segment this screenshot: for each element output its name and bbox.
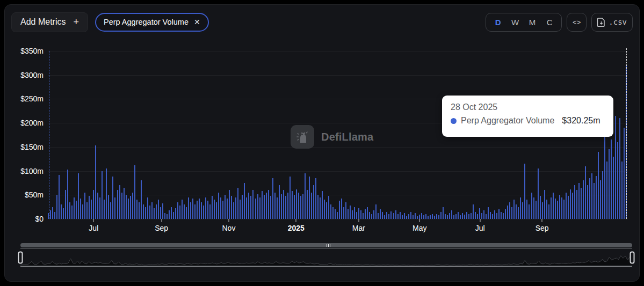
bar	[388, 214, 389, 219]
bar	[468, 214, 469, 219]
zoom-scrollbar[interactable]	[20, 243, 632, 247]
bar	[475, 212, 476, 219]
bar	[225, 195, 226, 219]
add-metrics-button[interactable]: Add Metrics +	[11, 12, 88, 32]
bar	[492, 214, 493, 219]
bar	[496, 213, 497, 219]
brush-handle-left[interactable]	[18, 251, 23, 263]
interval-button-m[interactable]: M	[524, 18, 541, 27]
bar	[373, 210, 374, 219]
bar	[513, 200, 515, 219]
y-axis-label: $350m	[6, 47, 44, 55]
bar	[371, 214, 372, 219]
bar	[481, 213, 482, 219]
scrollbar-grip-icon[interactable]	[327, 244, 330, 247]
bar	[561, 197, 562, 219]
bar	[141, 180, 142, 219]
embed-button[interactable]: <>	[567, 13, 587, 32]
bar	[59, 175, 60, 219]
bar	[324, 200, 325, 219]
interval-button-w[interactable]: W	[506, 18, 524, 27]
bar	[231, 196, 232, 219]
bar	[518, 207, 519, 219]
bar	[602, 171, 603, 219]
interval-button-c[interactable]: C	[541, 18, 558, 27]
watermark-text: DefiLlama	[321, 131, 373, 143]
bar	[619, 118, 620, 219]
bar	[192, 199, 193, 219]
interval-button-d[interactable]: D	[489, 18, 506, 27]
bar	[524, 164, 525, 219]
bar	[119, 185, 120, 219]
bar	[542, 202, 543, 219]
bar	[397, 214, 399, 219]
bar	[335, 209, 336, 219]
bar	[531, 193, 532, 219]
bar	[287, 193, 288, 219]
bar	[462, 213, 463, 219]
bar	[352, 210, 353, 219]
x-axis-label: May	[413, 224, 426, 232]
x-axis-label: Sep	[155, 224, 168, 232]
bar	[171, 207, 172, 219]
bar	[274, 193, 276, 219]
bar	[117, 190, 118, 219]
bar	[147, 197, 148, 219]
bar	[257, 194, 258, 219]
x-axis-tick	[161, 219, 162, 222]
bar	[343, 207, 344, 219]
bar	[128, 199, 129, 219]
x-axis-label: 2025	[288, 224, 305, 232]
bar	[624, 128, 625, 219]
bar	[533, 197, 534, 219]
bar	[600, 180, 601, 219]
bar	[486, 214, 487, 219]
bar	[244, 183, 245, 219]
bar	[615, 116, 616, 219]
bar	[296, 189, 297, 219]
bar	[434, 216, 435, 219]
bar	[483, 210, 484, 219]
bar	[583, 180, 584, 219]
bar	[160, 207, 161, 219]
bar	[536, 201, 537, 219]
bar	[402, 215, 403, 219]
y-axis-label: $150m	[6, 143, 44, 151]
bar	[598, 152, 599, 219]
bar	[509, 202, 510, 219]
add-metrics-label: Add Metrics	[20, 17, 66, 27]
download-csv-button[interactable]: .csv	[591, 13, 633, 32]
metric-pill-perp-aggregator-volume[interactable]: Perp Aggregator Volume ✕	[95, 13, 209, 32]
x-axis-label: Jul	[475, 224, 485, 232]
bar	[52, 207, 53, 219]
bar	[425, 214, 426, 219]
bar	[290, 177, 291, 219]
bar	[386, 212, 387, 219]
bar	[522, 202, 523, 219]
x-axis-label: Nov	[222, 224, 236, 232]
bar	[332, 207, 334, 219]
bar	[237, 188, 238, 219]
bar	[494, 210, 495, 219]
bar	[126, 195, 127, 219]
bar	[311, 193, 312, 219]
bar	[369, 212, 370, 219]
bar	[367, 207, 368, 219]
bar	[613, 157, 614, 219]
bar	[596, 176, 597, 219]
bar	[209, 204, 211, 219]
bar	[538, 168, 539, 219]
datazoom-brush[interactable]	[20, 248, 632, 267]
bar	[143, 204, 144, 219]
y-axis-label: $250m	[6, 94, 44, 103]
bar	[63, 208, 64, 219]
close-icon[interactable]: ✕	[194, 18, 200, 26]
brush-handle-right[interactable]	[630, 251, 635, 263]
bar	[56, 195, 57, 219]
bar	[617, 142, 618, 219]
bar	[156, 204, 157, 219]
bar	[320, 197, 321, 219]
bar	[378, 213, 379, 219]
bar	[199, 199, 200, 219]
bar	[322, 191, 323, 219]
